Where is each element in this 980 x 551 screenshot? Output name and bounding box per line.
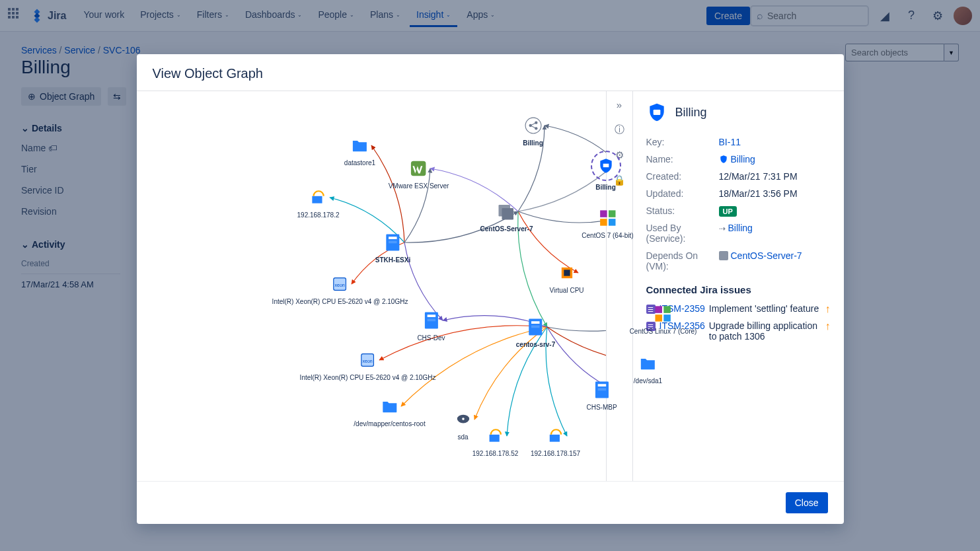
graph-node-datastore1[interactable]: datastore1 bbox=[344, 134, 375, 166]
graph-node-xeon2[interactable]: xeonIntel(R) Xeon(R) CPU E5-2620 v4 @ 2.… bbox=[300, 349, 436, 381]
svg-rect-28 bbox=[656, 314, 663, 322]
collapse-icon[interactable]: » bbox=[617, 99, 622, 110]
graph-node-chs-dev[interactable]: CHS-Dev bbox=[417, 309, 445, 342]
graph-node-centos-linux-core[interactable]: CentOS Linux 7 (Core) bbox=[630, 303, 697, 335]
dp-value[interactable]: ⇢Billing bbox=[719, 223, 831, 244]
dp-value[interactable]: CentOS-Server-7 bbox=[719, 250, 831, 272]
vm-icon bbox=[719, 251, 728, 260]
svg-rect-10 bbox=[609, 210, 616, 217]
dp-row: Key:BI-11 bbox=[646, 133, 831, 151]
node-label: CentOS-Server-7 bbox=[480, 225, 533, 233]
server-icon bbox=[420, 309, 442, 332]
issue-summary: Upgrade billing application to patch 130… bbox=[709, 320, 821, 342]
graph-canvas[interactable]: BillingBillingdatastore1VMware ESX Serve… bbox=[137, 91, 606, 481]
svg-rect-37 bbox=[597, 384, 606, 386]
svg-text:xeon: xeon bbox=[363, 359, 373, 363]
node-label: STKH-ESXi bbox=[375, 256, 410, 264]
node-label: Billing bbox=[523, 139, 543, 147]
status-badge: UP bbox=[719, 206, 737, 217]
graph-node-centos-srv-7[interactable]: centos-srv-7 bbox=[516, 316, 555, 348]
server2-icon bbox=[496, 200, 518, 223]
svg-rect-29 bbox=[664, 314, 671, 322]
nic-icon bbox=[484, 425, 506, 447]
vmware-icon bbox=[407, 157, 430, 180]
svg-rect-24 bbox=[531, 321, 540, 324]
dp-label: Key: bbox=[646, 137, 719, 147]
svg-rect-14 bbox=[389, 237, 397, 239]
graph-node-stkh-esxi[interactable]: STKH-ESXi bbox=[375, 231, 410, 264]
shield-icon bbox=[646, 102, 667, 123]
svg-rect-21 bbox=[427, 314, 435, 317]
folder-icon bbox=[348, 134, 371, 157]
svg-point-33 bbox=[462, 418, 465, 420]
centos-icon bbox=[652, 303, 675, 325]
node-label: 192.168.178.2 bbox=[297, 211, 340, 219]
dp-value: UP bbox=[719, 205, 831, 216]
svg-text:xeon: xeon bbox=[335, 283, 345, 287]
graph-node-chs-mbp[interactable]: CHS-MBP bbox=[586, 379, 617, 411]
svg-point-3 bbox=[535, 127, 537, 129]
svg-rect-38 bbox=[597, 388, 606, 391]
node-label: datastore1 bbox=[344, 159, 375, 166]
graph-node-billing-main[interactable]: Billing bbox=[591, 151, 621, 191]
dp-value: 12/Mar/21 7:31 PM bbox=[719, 171, 831, 182]
dp-row: Status:UP bbox=[646, 202, 831, 219]
graph-node-ip1[interactable]: 192.168.178.2 bbox=[297, 186, 340, 219]
svg-rect-19 bbox=[564, 270, 570, 276]
modal-title: View Object Graph bbox=[153, 66, 828, 81]
svg-rect-9 bbox=[600, 210, 607, 217]
node-label: centos-srv-7 bbox=[516, 341, 555, 348]
svg-point-1 bbox=[529, 124, 531, 127]
node-label: CHS-Dev bbox=[417, 334, 445, 342]
dp-label: Name: bbox=[646, 154, 719, 165]
server-icon bbox=[382, 231, 404, 254]
svg-point-2 bbox=[535, 122, 537, 124]
graph-node-centos7-64[interactable]: CentOS 7 (64-bit) bbox=[582, 207, 633, 239]
dp-row: Created:12/Mar/21 7:31 PM bbox=[646, 168, 831, 185]
dp-value[interactable]: Billing bbox=[719, 154, 831, 165]
svg-rect-12 bbox=[609, 219, 616, 226]
node-label: CentOS 7 (64-bit) bbox=[582, 232, 633, 239]
svg-rect-35 bbox=[550, 435, 560, 442]
graph-node-ip3[interactable]: 192.168.178.157 bbox=[531, 425, 580, 457]
node-label: sda bbox=[457, 433, 468, 441]
svg-point-0 bbox=[525, 118, 541, 133]
dp-row: Name:Billing bbox=[646, 151, 831, 168]
priority-icon: ↑ bbox=[825, 320, 831, 332]
svg-rect-6 bbox=[313, 196, 322, 203]
node-label: VMware ESX Server bbox=[389, 182, 449, 190]
graph-node-dev-sda1[interactable]: /dev/sda1 bbox=[634, 352, 662, 385]
dp-label: Created: bbox=[646, 171, 719, 182]
node-label: Intel(R) Xeon(R) CPU E5-2620 v4 @ 2.10GH… bbox=[300, 374, 436, 381]
svg-rect-25 bbox=[531, 326, 540, 328]
issue-summary: Implement 'settling' feature bbox=[709, 303, 821, 314]
dp-value[interactable]: BI-11 bbox=[719, 137, 831, 147]
folder-icon bbox=[637, 352, 660, 375]
nic-icon bbox=[307, 186, 329, 209]
node-label: 192.168.178.52 bbox=[472, 450, 519, 457]
graph-node-billing-top[interactable]: Billing bbox=[522, 114, 545, 147]
chip-icon: xeon bbox=[328, 273, 351, 295]
graph-node-sda[interactable]: sda bbox=[452, 408, 474, 441]
svg-rect-4 bbox=[603, 164, 609, 167]
server-icon bbox=[591, 379, 613, 401]
graph-node-dev-mapper[interactable]: /dev/mapper/centos-root bbox=[354, 395, 425, 427]
svg-rect-39 bbox=[653, 110, 660, 115]
svg-rect-8 bbox=[502, 208, 513, 220]
node-label: /dev/mapper/centos-root bbox=[354, 420, 425, 427]
dp-label: Updated: bbox=[646, 188, 719, 199]
graph-node-ip2[interactable]: 192.168.178.52 bbox=[472, 425, 519, 457]
node-label: Virtual CPU bbox=[549, 287, 584, 294]
side-rail: » ⓘ ⚙ 🔒 bbox=[606, 91, 632, 481]
modal-overlay: View Object Graph BillingBillingdatastor… bbox=[0, 0, 980, 551]
graph-node-vmware[interactable]: VMware ESX Server bbox=[389, 157, 449, 190]
graph-node-centos-server-7[interactable]: CentOS-Server-7 bbox=[480, 200, 533, 233]
nic-icon bbox=[544, 425, 566, 447]
centos-icon bbox=[597, 207, 619, 229]
close-button[interactable]: Close bbox=[786, 492, 828, 513]
info-icon[interactable]: ⓘ bbox=[615, 124, 624, 136]
dp-value: 18/Mar/21 3:56 PM bbox=[719, 188, 831, 199]
graph-node-vcpu[interactable]: Virtual CPU bbox=[549, 262, 584, 294]
graph-node-xeon1[interactable]: xeonIntel(R) Xeon(R) CPU E5-2620 v4 @ 2.… bbox=[272, 273, 408, 305]
link-icon: ⇢ bbox=[719, 224, 726, 233]
